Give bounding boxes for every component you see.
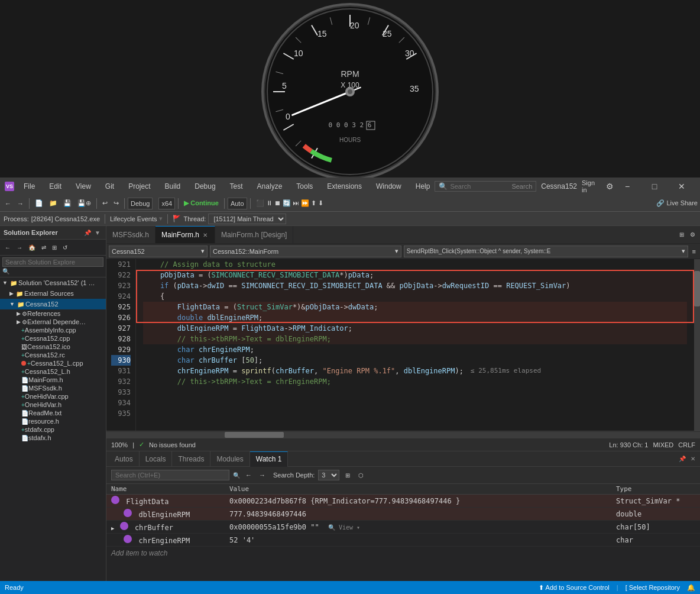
- save-all-button[interactable]: 💾⊕: [75, 197, 93, 210]
- tree-assemblyinfo[interactable]: + AssemblyInfo.cpp: [0, 326, 106, 334]
- tree-stdafx-cpp[interactable]: + stdafx.cpp: [0, 425, 106, 434]
- menu-window[interactable]: Window: [371, 179, 406, 193]
- config-dropdown[interactable]: Debug: [128, 198, 153, 209]
- tree-cessna152l-h[interactable]: + Cessna152_L.h: [0, 367, 106, 376]
- menu-view[interactable]: View: [71, 179, 96, 193]
- menu-file[interactable]: File: [19, 179, 40, 193]
- tree-mainform-h[interactable]: 📄 MainForm.h: [0, 376, 106, 384]
- watch-pin-icon[interactable]: 📌: [678, 454, 687, 464]
- undo-button[interactable]: ↩: [100, 197, 110, 210]
- debug-toolbar[interactable]: ⬛ ⏸ ⏹ 🔄 ⏭ ⏩ ⬆ ⬇: [254, 197, 326, 210]
- watch-add-item[interactable]: Add item to watch: [106, 547, 700, 560]
- new-file-button[interactable]: 📄: [33, 197, 46, 210]
- menu-edit[interactable]: Edit: [44, 179, 66, 193]
- view-icon[interactable]: 🔍 View ▾: [328, 524, 360, 531]
- tree-references[interactable]: ▶ ⚙ References: [0, 309, 106, 318]
- thread-dropdown[interactable]: [15112] Main Thread: [208, 214, 286, 224]
- switch-views-btn[interactable]: ⇌: [39, 241, 48, 254]
- menu-test[interactable]: Test: [225, 179, 248, 193]
- watch-search-input[interactable]: [111, 470, 229, 480]
- tab-modules[interactable]: Modules: [210, 451, 249, 467]
- tree-references-label: References: [27, 310, 106, 317]
- home-btn[interactable]: 🏠: [26, 241, 38, 254]
- tab-watch1[interactable]: Watch 1: [250, 451, 289, 467]
- menu-git[interactable]: Git: [101, 179, 119, 193]
- select-repository-button[interactable]: [ Select Repository: [626, 584, 680, 591]
- tab-mainform-design[interactable]: MainForm.h [Design]: [215, 226, 293, 244]
- more-icon[interactable]: ▼: [93, 228, 102, 237]
- nav-fwd-btn[interactable]: →: [14, 241, 25, 254]
- auto-dropdown[interactable]: Auto: [228, 198, 247, 209]
- tab-msfssdk[interactable]: MSFSsdk.h: [106, 226, 155, 244]
- platform-dropdown[interactable]: x64: [158, 198, 175, 209]
- title-bar: VS File Edit View Git Project Build Debu…: [0, 177, 700, 195]
- watch-fwd-btn[interactable]: →: [257, 472, 267, 479]
- forward-button[interactable]: →: [15, 197, 26, 210]
- tree-external-sources[interactable]: ▶ 📁 External Sources: [0, 288, 106, 299]
- tree-ext-dep[interactable]: ▶ ⚙ External Depende…: [0, 318, 106, 326]
- code-editor[interactable]: 921 922 923 924 925 926 927 928 929 930 …: [106, 259, 700, 431]
- split-editor-btn[interactable]: ⊞: [677, 228, 686, 241]
- vertical-scrollbar[interactable]: [694, 259, 700, 431]
- method-dropdown[interactable]: Cessna152::MainForm ▾: [210, 246, 401, 257]
- bottom-tabs: Autos Locals Threads Modules Watch 1 📌 ✕: [106, 451, 700, 467]
- tree-cessna152l-cpp[interactable]: + Cessna152_L.cpp: [0, 359, 106, 367]
- nav-back-btn[interactable]: ←: [2, 241, 13, 254]
- back-button[interactable]: ←: [2, 197, 14, 210]
- notification-icon[interactable]: 🔔: [687, 584, 695, 592]
- tree-cessna152-ico[interactable]: 🖼 Cessna152.ico: [0, 343, 106, 351]
- search-depth-select[interactable]: 3: [318, 470, 339, 480]
- continue-button[interactable]: ▶ Continue: [182, 197, 221, 210]
- tab-threads[interactable]: Threads: [172, 451, 210, 467]
- watch-row-chrbuffer[interactable]: ▶ chrBuffer 0x00000055a15fe9b0 "" 🔍 View…: [106, 521, 700, 534]
- watch-row-chrengine[interactable]: chrEngineRPM 52 '4' char: [106, 534, 700, 547]
- redo-button[interactable]: ↪: [111, 197, 121, 210]
- menu-build[interactable]: Build: [160, 179, 186, 193]
- watch-close-icon[interactable]: ✕: [688, 454, 698, 464]
- watch-row-dblengine[interactable]: dblEngineRPM 777.94839468497446 double: [106, 508, 700, 521]
- signin-button[interactable]: Sign in: [582, 179, 601, 193]
- add-source-control[interactable]: ⬆ Add to Source Control: [539, 584, 610, 592]
- settings-icon[interactable]: ⚙: [606, 182, 614, 191]
- class-dropdown[interactable]: Cessna152 ▾: [109, 246, 208, 257]
- menu-analyze[interactable]: Analyze: [252, 179, 287, 193]
- watch-row-flightdata[interactable]: FlightData 0x00002234d7b867f8 {RPM_Indic…: [106, 495, 700, 508]
- menu-extensions[interactable]: Extensions: [322, 179, 367, 193]
- tree-stdafx-h[interactable]: 📄 stdafx.h: [0, 434, 106, 442]
- tree-resource-h[interactable]: 📄 resource.h: [0, 417, 106, 425]
- tree-cessna152-cpp[interactable]: + Cessna152.cpp: [0, 334, 106, 343]
- tree-msfssdk-h[interactable]: 📄 MSFSsdk.h: [0, 384, 106, 392]
- tree-readme[interactable]: 📄 ReadMe.txt: [0, 409, 106, 417]
- watch-expand-btn[interactable]: ⬡: [356, 469, 366, 482]
- pin-icon[interactable]: 📌: [83, 228, 92, 237]
- settings-editor-btn[interactable]: ⚙: [688, 228, 698, 241]
- tab-close-mainform[interactable]: ✕: [202, 231, 209, 239]
- tab-mainform[interactable]: MainForm.h ✕: [155, 226, 215, 244]
- tree-cessna152[interactable]: ▼ 📁 Cessna152: [0, 299, 106, 309]
- liveshare-button[interactable]: 🔗 Live Share: [656, 199, 698, 207]
- search-input[interactable]: [450, 183, 509, 190]
- refresh-btn[interactable]: ↺: [60, 241, 70, 254]
- maximize-button[interactable]: □: [641, 177, 668, 195]
- tree-onehidvar-h[interactable]: + OneHidVar.h: [0, 401, 106, 409]
- nav-expand-btn[interactable]: ≡: [691, 248, 698, 255]
- menu-project[interactable]: Project: [124, 179, 155, 193]
- watch-filter-btn[interactable]: ⊞: [343, 469, 352, 482]
- solution-search-input[interactable]: [2, 257, 103, 267]
- filter-btn[interactable]: ⊞: [50, 241, 59, 254]
- tree-onehidvar-cpp[interactable]: + OneHidVar.cpp: [0, 392, 106, 401]
- lifecycle-label: Lifecycle Events: [110, 215, 157, 222]
- tree-cessna152-rc[interactable]: + Cessna152.rc: [0, 351, 106, 359]
- member-dropdown[interactable]: SendRptBtn_Click(System::Object ^ sender…: [404, 246, 688, 257]
- save-button[interactable]: 💾: [61, 197, 74, 210]
- tree-solution[interactable]: ▼ 📁 Solution 'Cessna152' (1 …: [0, 277, 106, 288]
- tab-autos[interactable]: Autos: [109, 451, 140, 467]
- menu-tools[interactable]: Tools: [291, 179, 317, 193]
- menu-debug[interactable]: Debug: [190, 179, 220, 193]
- close-button[interactable]: ✕: [668, 177, 695, 195]
- menu-help[interactable]: Help: [411, 179, 435, 193]
- tab-locals[interactable]: Locals: [140, 451, 173, 467]
- open-button[interactable]: 📁: [47, 197, 60, 210]
- watch-back-btn[interactable]: ←: [244, 472, 254, 479]
- minimize-button[interactable]: −: [614, 177, 641, 195]
